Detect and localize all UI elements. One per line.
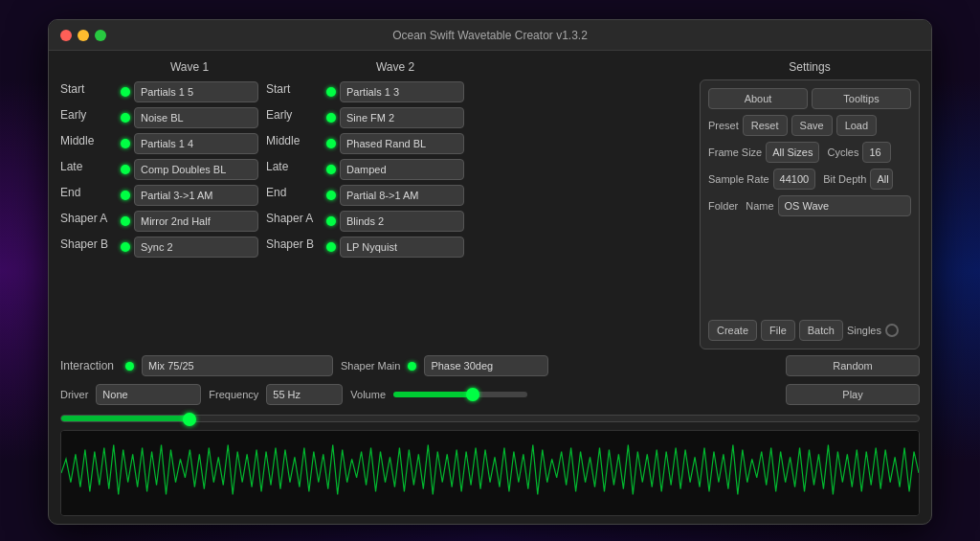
row-labels: Start Early Middle Late End Shaper A Sha…	[60, 58, 113, 349]
wave2-labels: Start Early Middle Late End Shaper A Sha…	[266, 58, 319, 349]
batch-button[interactable]: Batch	[799, 320, 843, 341]
name-value[interactable]: OS Wave	[778, 195, 911, 216]
sample-rate-label: Sample Rate	[708, 173, 769, 185]
wave1-dot-3[interactable]	[121, 165, 130, 174]
wave1-input-5[interactable]	[134, 211, 258, 232]
settings-header: Settings	[700, 58, 920, 76]
main-window: Ocean Swift Wavetable Creator v1.3.2 Sta…	[48, 19, 932, 525]
wave2-dot-3[interactable]	[326, 165, 336, 174]
wave1-row-0	[121, 80, 258, 103]
play-button[interactable]: Play	[786, 384, 920, 405]
waves-section: Start Early Middle Late End Shaper A Sha…	[60, 58, 692, 349]
cycles-label: Cycles	[827, 147, 858, 158]
wave1-input-4[interactable]	[134, 185, 258, 206]
frequency-input[interactable]	[266, 384, 343, 405]
singles-label: Singles	[847, 325, 881, 336]
label-late: Late	[60, 155, 113, 178]
wave2-dot-5[interactable]	[326, 216, 336, 226]
wave1-dot-6[interactable]	[121, 242, 130, 252]
tooltips-button[interactable]: Tooltips	[812, 88, 911, 109]
progress-fill	[61, 416, 189, 421]
label-end: End	[60, 181, 113, 204]
wave2-dot-6[interactable]	[326, 242, 336, 252]
load-button[interactable]: Load	[836, 115, 877, 136]
wave1-row-3	[121, 158, 258, 181]
wave1-input-6[interactable]	[134, 237, 258, 258]
wave2-dot-1[interactable]	[326, 113, 336, 123]
settings-spacer	[708, 222, 911, 314]
wave2-label-middle: Middle	[266, 129, 319, 152]
wave2-input-2[interactable]	[340, 133, 464, 154]
wave2-input-1[interactable]	[340, 107, 464, 128]
minimize-button[interactable]	[78, 30, 89, 41]
create-button[interactable]: Create	[708, 320, 757, 341]
close-button[interactable]	[60, 30, 72, 41]
driver-input[interactable]	[96, 384, 201, 405]
progress-bar-row	[60, 411, 920, 426]
interaction-input[interactable]	[142, 355, 333, 376]
frame-size-label: Frame Size	[708, 147, 762, 158]
maximize-button[interactable]	[95, 30, 106, 41]
shaper-main-dot[interactable]	[408, 362, 416, 371]
wave1-dot-5[interactable]	[121, 216, 130, 226]
wave1-input-3[interactable]	[134, 159, 258, 180]
folder-name-row: Folder Name OS Wave	[708, 195, 911, 216]
wave2-input-3[interactable]	[340, 159, 464, 180]
wave2-label-end: End	[266, 181, 319, 204]
volume-slider[interactable]	[393, 392, 527, 397]
save-button[interactable]: Save	[791, 115, 833, 136]
cycles-value[interactable]: 16	[862, 142, 891, 163]
wave1-dot-0[interactable]	[121, 87, 130, 97]
wave2-input-5[interactable]	[340, 211, 464, 232]
app-title: Ocean Swift Wavetable Creator v1.3.2	[392, 29, 588, 42]
random-button[interactable]: Random	[786, 355, 920, 376]
wave1-dot-4[interactable]	[121, 191, 130, 200]
waveform-svg	[61, 431, 919, 515]
title-bar: Ocean Swift Wavetable Creator v1.3.2	[49, 20, 931, 51]
driver-row: Driver Frequency Volume Play	[60, 382, 920, 407]
reset-button[interactable]: Reset	[743, 115, 788, 136]
wave2-input-0[interactable]	[340, 81, 464, 102]
wave1-dot-2[interactable]	[121, 139, 130, 148]
wave1-input-1[interactable]	[134, 107, 258, 128]
wave2-column: Wave 2	[326, 58, 464, 349]
wave2-row-3	[326, 158, 464, 181]
wave2-header: Wave 2	[326, 58, 464, 76]
wave2-dot-0[interactable]	[326, 87, 336, 97]
driver-label: Driver	[60, 389, 88, 400]
wave2-label-shaper-b: Shaper B	[266, 233, 319, 256]
progress-track	[60, 415, 920, 422]
wave2-label-late: Late	[266, 155, 319, 178]
wave2-input-6[interactable]	[340, 237, 464, 258]
frame-size-row: Frame Size All Sizes Cycles 16	[708, 142, 911, 163]
settings-section: Settings About Tooltips Preset Reset Sav…	[700, 58, 920, 349]
wave2-row-4	[326, 184, 464, 207]
wave1-input-0[interactable]	[134, 81, 258, 102]
wave2-input-4[interactable]	[340, 185, 464, 206]
name-label: Name	[746, 200, 773, 212]
singles-radio[interactable]	[885, 324, 899, 337]
label-shaper-b: Shaper B	[60, 233, 113, 256]
sample-rate-value[interactable]: 44100	[773, 169, 816, 190]
shaper-main-input[interactable]	[424, 355, 548, 376]
preset-label: Preset	[708, 120, 739, 131]
wave1-row-6	[121, 236, 258, 259]
wave1-row-2	[121, 132, 258, 155]
frame-size-value[interactable]: All Sizes	[766, 142, 819, 163]
preset-row: Preset Reset Save Load	[708, 115, 911, 136]
sample-rate-row: Sample Rate 44100 Bit Depth All	[708, 169, 911, 190]
traffic-lights	[60, 30, 106, 41]
progress-thumb[interactable]	[183, 413, 196, 426]
wave1-dot-1[interactable]	[121, 113, 130, 123]
label-middle: Middle	[60, 129, 113, 152]
interaction-dot[interactable]	[125, 362, 134, 371]
about-button[interactable]: About	[708, 88, 808, 109]
wave2-dot-4[interactable]	[326, 191, 336, 200]
volume-label: Volume	[350, 389, 386, 400]
wave1-input-2[interactable]	[134, 133, 258, 154]
file-button[interactable]: File	[761, 320, 795, 341]
wave2-dot-2[interactable]	[326, 139, 336, 148]
wave1-row-4	[121, 184, 258, 207]
bit-depth-value[interactable]: All	[870, 169, 893, 190]
about-tooltips-row: About Tooltips	[708, 88, 911, 109]
